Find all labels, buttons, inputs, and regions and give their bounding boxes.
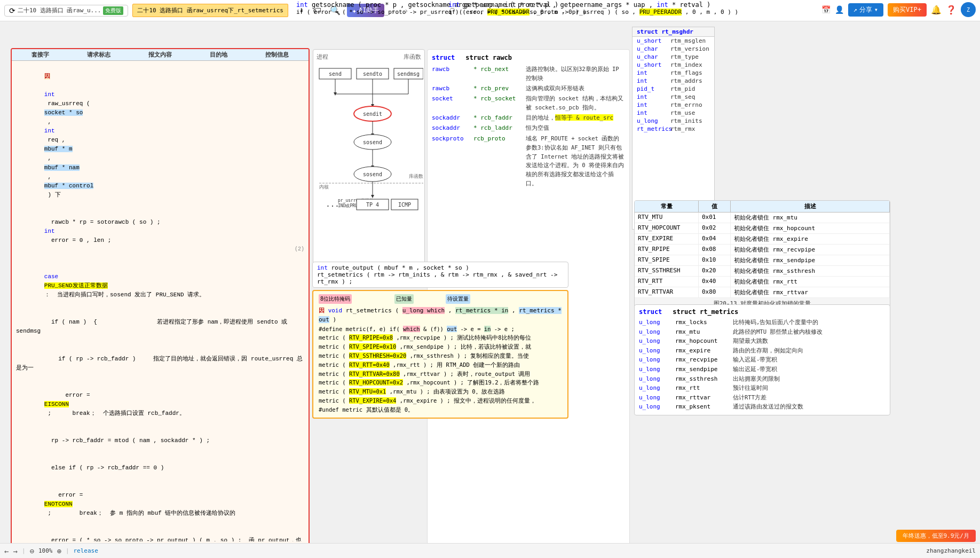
code-line-proto-output: error = ( * so -> so_proto -> pr_output … bbox=[16, 527, 304, 541]
ct-row-spipe: RTV_SPIPE 0x10 初始化者锁住 rmx_sendpipe bbox=[635, 255, 890, 266]
rt-msghdr-panel: struct rt_msghdr u_short rtm_msglen u_ch… bbox=[632, 27, 715, 230]
header-req: 请求标志 bbox=[87, 51, 110, 59]
svg-text:库函数: 库函数 bbox=[409, 174, 423, 179]
flow-diagram-svg: send sendto sendmsg sendit sosend bbox=[317, 63, 423, 255]
toolbar-zoom-in-icon[interactable]: ⊕ bbox=[57, 547, 61, 555]
rmp-row-1: u_long rmx_locks 比特掩码,告知后面八个度量中的 bbox=[639, 318, 886, 327]
setmetrics-metrics: metric ( RTV_RPIPE=0x8 ,rmx_recvpipe ) ;… bbox=[319, 333, 562, 414]
metric-ssthresh: metric ( RTV_SSTHRESH=0x20 ,rmx_ssthresh… bbox=[319, 351, 562, 360]
ct-header-value: 值 bbox=[699, 201, 731, 212]
code-line-1: 因 int raw_usrreq ( socket * so , int req… bbox=[16, 63, 304, 209]
calendar-icon[interactable]: 📅 bbox=[821, 5, 831, 14]
setmetrics-define: #define metric(f, e) if( which & (f)) ou… bbox=[319, 325, 562, 334]
header-dest: 目的地 bbox=[210, 51, 227, 59]
rmp-row-5: u_long rmx_recvpipe 输入迟延-带宽积 bbox=[639, 355, 886, 365]
rawcb-row-1: rawcb * rcb_next 选路控制块。以区别32章的原始 IP 控制块 bbox=[432, 65, 625, 83]
svg-text:sendto: sendto bbox=[363, 71, 382, 77]
rt-msghdr-header: struct rt_msghdr bbox=[633, 27, 714, 37]
share-label: 分享 bbox=[859, 5, 872, 14]
svg-text:send: send bbox=[329, 71, 342, 77]
rawcb-struct-name: struct rawcb bbox=[465, 54, 512, 61]
tab-label: 二十10 选路插口 函raw_u... bbox=[18, 6, 101, 14]
setmetrics-func-sig: 因 void rt_setmetrics ( u_long which , rt… bbox=[319, 306, 562, 325]
getpeername-sig-line2: if ( error = ( * so -> so_proto -> pr_us… bbox=[448, 9, 738, 15]
share-icon: ↗ bbox=[853, 6, 857, 13]
code-line-if-nam: if ( nam ) { 若进程指定了形参 nam，即进程使用 sendto 或… bbox=[16, 309, 304, 345]
top-right-buttons: 📅 👤 ↗ 分享 ▾ 购买VIP+ 🔔 ❓ Z bbox=[821, 2, 976, 17]
header-content: 报文内容 bbox=[148, 51, 172, 59]
rtm-row-5: int rtm_flags bbox=[633, 69, 714, 77]
release-label: release bbox=[74, 547, 98, 554]
metric-rttvar: metric ( RTV_RTTVAR=0x80 ,rmx_rttvar ) ;… bbox=[319, 370, 562, 379]
code-line-rcbfaddr-set: rp -> rcb_faddr = mtod ( nam , sockaddr … bbox=[16, 427, 304, 454]
pru-peeraddr-highlight: PRU_PEERADDR bbox=[639, 9, 682, 15]
flow-diagram-panel: 进程 库函数 send sendto sendmsg sendit bbox=[313, 49, 425, 273]
tab-badge: 免费版 bbox=[103, 6, 123, 15]
struct-keyword: struct bbox=[432, 54, 455, 61]
rtm-row-11: u_long rtm_inits bbox=[633, 117, 714, 125]
setmetrics-box: 8位比特掩码 已知量 待设置量 因 void rt_setmetrics ( u… bbox=[312, 290, 568, 419]
svg-text:...: ... bbox=[326, 200, 339, 208]
toolbar-fwd-icon[interactable]: → bbox=[13, 547, 17, 555]
ct-row-rttvar: RTV_RTTVAR 0x80 初始化者锁住 rmx_rttvar bbox=[635, 287, 890, 298]
tab-item[interactable]: ⟳ 二十10 选路插口 函raw_u... 免费版 bbox=[4, 5, 128, 17]
code-line-enotconn: error = ENOTCONN ; break； 参 m 指向的 mbuf 链… bbox=[16, 482, 304, 527]
rmp-row-8: u_long rmx_rtt 预计往返时间 bbox=[639, 383, 886, 393]
constants-table-panel: 常量 值 描述 RTV_MTU 0x01 初始化者锁住 rmx_mtu RTV_… bbox=[634, 200, 890, 310]
rmp-row-6: u_long rmx_sendpipe 输出迟延-带宽积 bbox=[639, 365, 886, 374]
svg-text:ICMP: ICMP bbox=[398, 202, 411, 208]
ct-row-expire: RTV_EXPIRE 0x04 初始化者锁住 rmx_expire bbox=[635, 234, 890, 245]
int-keyword: int bbox=[296, 1, 308, 9]
rawcb-row-4: sockaddr * rcb_faddr 目的地址，恒等于 & route_sr… bbox=[432, 113, 625, 123]
svg-text:sendit: sendit bbox=[363, 111, 382, 117]
user-icon[interactable]: 👤 bbox=[835, 5, 844, 14]
rawcb-row-3: socket * rcb_socket 指向管理的 socket 结构，本结构又… bbox=[432, 94, 625, 112]
code-line-pru-send: case PRU_SEND发送正常数据 ： 当进程向插口写时，sosend 发出… bbox=[16, 263, 304, 309]
toolbar-zoom-out-icon[interactable]: ⊖ bbox=[30, 547, 34, 555]
ct-header-desc: 描述 bbox=[731, 201, 890, 212]
code-line-else: else if ( rp -> rcb_faddr == 0 ) bbox=[16, 454, 304, 482]
share-button[interactable]: ↗ 分享 ▾ bbox=[848, 3, 883, 17]
top-bar: ⟳ 二十10 选路插口 函raw_u... 免费版 二十10 选路插口 函raw… bbox=[0, 0, 980, 21]
rtm-row-10: int rtm_use bbox=[633, 109, 714, 117]
user-label: zhangzhangkeil bbox=[926, 547, 976, 554]
rtm-row-1: u_short rtm_msglen bbox=[633, 37, 714, 45]
tag-set: 待设置量 bbox=[446, 294, 470, 304]
rmp-row-9: u_long rmx_rttvar 估计RTT方差 bbox=[639, 393, 886, 403]
metric-hopcount: metric ( RTV_HOPCOUNT=0x2 ,rmx_hopcount … bbox=[319, 378, 562, 387]
rmp-row-10: u_long rmx_pksent 通过该路由发送过的报文数 bbox=[639, 402, 886, 412]
vip-button[interactable]: 购买VIP+ bbox=[888, 3, 927, 17]
help-icon[interactable]: ❓ bbox=[946, 5, 957, 15]
constants-table-header: 常量 值 描述 bbox=[635, 201, 890, 213]
rt-metrics-title: struct rt_metrics bbox=[673, 308, 738, 316]
metric-spipe: metric ( RTV_SPIPE=0x10 ,rmx_sendpipe ) … bbox=[319, 342, 562, 351]
vip-banner[interactable]: 年终送惠，低至9.9元/月 bbox=[896, 530, 976, 542]
code-panel-left: 套接字 请求标志 报文内容 目的地 控制信息 因 int raw_usrreq … bbox=[11, 48, 310, 557]
tab-dropdown: 二十10 选路插口 函raw_usrreq下_rt_setmetrics bbox=[132, 4, 288, 17]
rmp-row-7: u_long rmx_ssthresh 出站拥塞关闭限制 bbox=[639, 374, 886, 384]
ct-header-name: 常量 bbox=[635, 201, 699, 212]
diagram-title: 进程 库函数 bbox=[317, 53, 421, 61]
diagram-label-process: 进程 bbox=[317, 53, 328, 61]
toolbar-right: zhangzhangkeil bbox=[926, 547, 976, 554]
metric-rpipe: metric ( RTV_RPIPE=0x8 ,rmx_recvpipe ) ;… bbox=[319, 333, 562, 342]
user-avatar[interactable]: Z bbox=[961, 2, 976, 17]
svg-text:sendmsg: sendmsg bbox=[397, 71, 420, 77]
rawcb-row-6: sockproto rcb_proto 域名 PF_ROUTE + socket… bbox=[432, 134, 625, 188]
rtm-row-2: u_char rtm_version bbox=[633, 45, 714, 53]
tag-8bit: 8位比特掩码 bbox=[319, 294, 352, 304]
rawcb-title-area: struct struct rawcb bbox=[432, 54, 625, 61]
rtm-row-8: int rtm_seq bbox=[633, 93, 714, 101]
header-ctrl: 控制信息 bbox=[265, 51, 289, 59]
rmp-row-4: u_long rmx_expire 路由的生存期，例如定向向 bbox=[639, 346, 886, 356]
svg-text:内核: 内核 bbox=[319, 184, 329, 190]
toolbar-back-icon[interactable]: ← bbox=[4, 547, 9, 555]
ct-row-hopcount: RTV_HOPCOUNT 0x02 初始化者锁住 rmx_hopcount bbox=[635, 223, 890, 234]
code-panel-header: 套接字 请求标志 报文内容 目的地 控制信息 bbox=[12, 49, 309, 61]
notification-bell-icon[interactable]: 🔔 bbox=[931, 5, 942, 15]
rtm-row-12: rt_metrics rtm_rmx bbox=[633, 125, 714, 133]
bottom-toolbar: ← → | ⊖ 100% ⊕ | release zhangzhangkeil bbox=[0, 543, 980, 558]
rt-metrics-title-row: struct struct rt_metrics bbox=[639, 308, 886, 316]
svg-text:TP 4: TP 4 bbox=[366, 202, 379, 208]
svg-text:sosend: sosend bbox=[363, 139, 382, 145]
